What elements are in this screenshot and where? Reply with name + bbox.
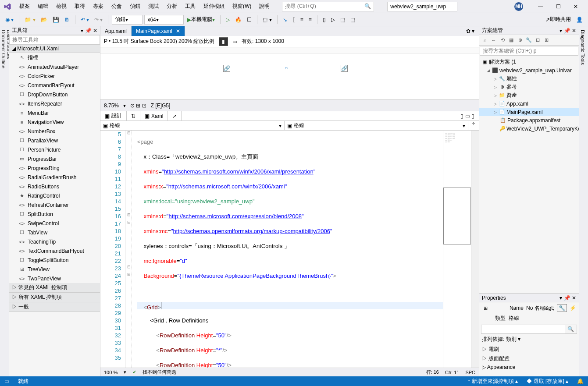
toolbox-item[interactable]: ☐TabView: [9, 228, 100, 237]
tree-references[interactable]: ▷⊚參考: [479, 83, 579, 91]
close-button[interactable]: ✕: [567, 0, 584, 13]
toolbox-item[interactable]: <>RadioButtons: [9, 182, 100, 191]
menu-project[interactable]: 專案: [89, 1, 107, 12]
layout-icon2[interactable]: ▭: [232, 39, 237, 45]
menu-guild[interactable]: 公會: [108, 1, 125, 12]
layout-icon[interactable]: ▮: [219, 37, 228, 46]
toolbox-item[interactable]: <>RefreshContainer: [9, 200, 100, 209]
props-cat-appearance[interactable]: ▷ Appearance: [479, 363, 579, 371]
open-button[interactable]: 📂: [39, 16, 49, 24]
se-sync-icon[interactable]: ⟲: [499, 36, 506, 44]
menu-test[interactable]: 測試: [145, 1, 162, 12]
toolbox-item[interactable]: <>NumberBox: [9, 127, 100, 136]
tab-options[interactable]: ✿ ▾: [462, 26, 479, 36]
code-editor[interactable]: 5678910111213141516171819202122232425262…: [100, 131, 479, 368]
status-source-control[interactable]: ↑ 新增至來源控制項 ▴: [468, 378, 518, 385]
zoom-pct[interactable]: 100 %: [104, 370, 118, 375]
split-toggle[interactable]: ÷: [468, 121, 479, 130]
toolbox-item[interactable]: ☐ParallaxView: [9, 136, 100, 145]
design-tab[interactable]: ▣ 設計: [100, 111, 127, 120]
toolbox-group-2[interactable]: ▷ 常見的 XAML 控制項: [9, 283, 100, 293]
fold-gutter[interactable]: ⊟⊟⊟⊟⊟: [126, 131, 132, 368]
zoom-icons[interactable]: ⊙ ⊞ ⊡: [130, 103, 146, 109]
toolbox-item[interactable]: ☐DropDownButton: [9, 90, 100, 99]
tree-mainpage-xaml[interactable]: ▷📄MainPage.xaml: [479, 108, 579, 116]
tb-icon8[interactable]: ▷: [329, 16, 337, 24]
tb-icon2[interactable]: ⬚ ▾: [261, 16, 273, 24]
toolbox-group-4[interactable]: ▷ 一般: [9, 302, 100, 312]
toolbox-item[interactable]: ☐ToggleSplitButton: [9, 255, 100, 265]
solexp-search[interactable]: 搜尋方案總管 (Ctrl+;) p: [480, 46, 578, 56]
new-project-button[interactable]: 📁 ▾: [23, 16, 37, 24]
tb-icon10[interactable]: ⬚: [349, 16, 357, 24]
toolbox-item[interactable]: ★RatingControl: [9, 191, 100, 200]
designer-canvas[interactable]: 🔗 ○ 🔗: [100, 47, 479, 100]
se-home-icon[interactable]: ⌂: [481, 36, 489, 44]
tb-icon5[interactable]: ≡: [299, 16, 305, 24]
toolbox-item[interactable]: <>ProgressRing: [9, 163, 100, 173]
tree-manifest[interactable]: 📋Package.appxmanifest: [479, 116, 579, 124]
start-debug-button[interactable]: ▶ 本機電腦 ▾: [185, 15, 217, 24]
toolbox-group-3[interactable]: ▷ 所有 XAML 控制項: [9, 293, 100, 302]
swap-button[interactable]: ⇅: [127, 111, 140, 120]
start-without-debug-button[interactable]: ▷: [224, 16, 232, 24]
toolbox-item[interactable]: ☐PersonPicture: [9, 145, 100, 154]
tb-icon6[interactable]: ≡: [307, 16, 314, 24]
props-search-icon[interactable]: 🔍: [565, 325, 577, 333]
toolbox-item[interactable]: <>TeachingTip: [9, 237, 100, 246]
tab-mainpage-xaml[interactable]: MainPage.xaml✕: [132, 26, 185, 36]
menu-edit[interactable]: 編輯: [34, 1, 52, 12]
toolbox-item[interactable]: ↖指標: [9, 53, 100, 62]
se-prop-icon[interactable]: 🔧: [525, 36, 533, 44]
props-cat-brush[interactable]: ▷ 電刷: [479, 345, 579, 354]
canvas-handle2[interactable]: 🔗: [341, 65, 348, 72]
redo-button[interactable]: ↷ ▾: [93, 16, 104, 24]
se-showall-icon[interactable]: ▦: [507, 36, 515, 44]
toolbox-item[interactable]: <>RadialGradientBrush: [9, 173, 100, 182]
props-cat-layout[interactable]: ▷ 版面配置: [479, 354, 579, 363]
minimize-button[interactable]: —: [532, 0, 549, 13]
xaml-tab[interactable]: ▣ Xaml: [140, 111, 168, 120]
device-combo[interactable]: P • 13.5 吋 Surface Book 2000) 200% 縮放比例: [104, 38, 214, 45]
split-layout-buttons[interactable]: ▯ ▭ ▯: [456, 111, 479, 120]
props-search[interactable]: 🔍: [481, 325, 577, 334]
solution-name-box[interactable]: webview2_sample_uwp: [387, 2, 457, 11]
save-all-button[interactable]: 🗎: [63, 16, 71, 24]
tab-app-xaml[interactable]: App.xaml: [100, 26, 132, 36]
toolbox-item[interactable]: <>TwoPaneView: [9, 274, 100, 283]
user-avatar[interactable]: MH: [514, 2, 523, 11]
tb-icon3[interactable]: ↘: [281, 16, 289, 24]
toolbox-item[interactable]: <>AnimatedVisualPlayer: [9, 62, 100, 71]
toolbox-group[interactable]: ◢ Microsoft.UI.Xaml: [9, 45, 100, 53]
toolbox-item[interactable]: <>SwipeControl: [9, 219, 100, 228]
vertical-scrollbar[interactable]: [471, 131, 479, 368]
menu-help[interactable]: 說明: [256, 1, 273, 12]
tb-icon4[interactable]: ⟦: [291, 16, 297, 24]
status-repo[interactable]: ◆ 選取 [存放庫] ▴: [527, 378, 568, 385]
status-bell-icon[interactable]: 🔔: [577, 378, 584, 384]
props-search-input[interactable]: [481, 325, 565, 333]
tree-properties[interactable]: ▷🔧屬性: [479, 74, 579, 83]
nav-back-button[interactable]: ◉ ▾: [4, 16, 15, 24]
menu-debug[interactable]: 偵錯: [126, 1, 144, 12]
se-back-icon[interactable]: ←: [490, 36, 498, 44]
toolbox-item[interactable]: <>ItemsRepeater: [9, 99, 100, 108]
tree-solution[interactable]: ▣解決方案 (1: [479, 58, 579, 66]
element-combo-left[interactable]: ▣ 格線▾: [100, 121, 285, 130]
wrench-icon[interactable]: 🔧: [557, 304, 567, 312]
toolbox-item[interactable]: ▭ProgressBar: [9, 154, 100, 163]
feedback-button[interactable]: 👤: [574, 16, 584, 24]
se-icon9[interactable]: —: [551, 36, 559, 44]
bolt-icon[interactable]: ⚡: [570, 305, 576, 311]
code-minimap[interactable]: aaa aaa aaa aaa aaa bbb ccc ddd aaa bbb …: [443, 131, 471, 368]
toolbox-item[interactable]: <>CommandBarFlyout: [9, 81, 100, 90]
menu-get[interactable]: 取得: [71, 1, 89, 12]
tb-icon7[interactable]: ▯: [321, 16, 328, 24]
menu-view[interactable]: 檢視: [53, 1, 70, 12]
platform-combo[interactable]: x64 ▾: [144, 15, 184, 25]
search-box[interactable]: 搜尋 (Ctrl+Q) 🔍: [282, 2, 374, 11]
hot-reload-button[interactable]: 🔥: [233, 16, 243, 24]
popout-button[interactable]: ↗: [168, 111, 182, 120]
element-combo-right[interactable]: ▣ 格線▾: [285, 121, 469, 130]
toolbox-item[interactable]: <>TextCommandBarFlyout: [9, 246, 100, 255]
